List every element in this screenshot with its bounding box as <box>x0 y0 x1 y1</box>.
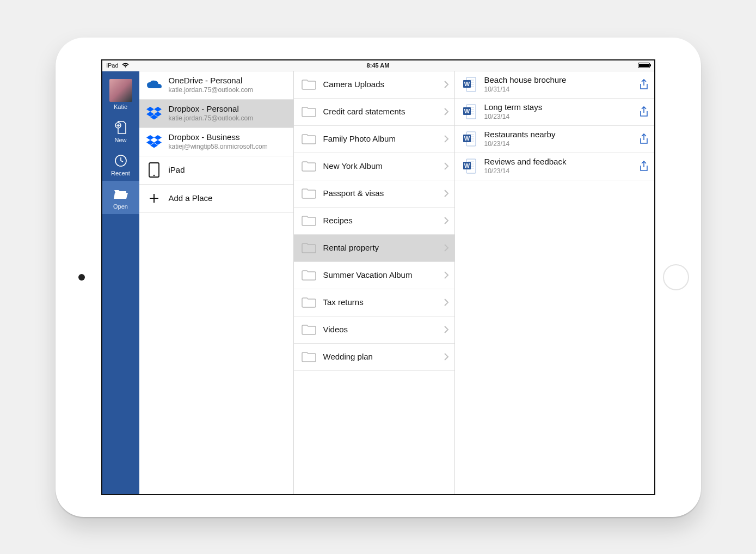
place-row[interactable]: iPad <box>139 156 293 185</box>
folder-title: Rental property <box>323 243 437 253</box>
clock-icon <box>113 153 128 168</box>
folder-row[interactable]: Rental property <box>294 235 454 262</box>
app-body: Katie New <box>102 71 654 494</box>
folder-title: Credit card statements <box>323 107 437 117</box>
place-title: Dropbox - Business <box>169 132 288 142</box>
file-date: 10/31/14 <box>484 86 632 94</box>
folder-title: Summer Vacation Album <box>323 270 437 280</box>
folder-icon <box>300 267 317 283</box>
sidebar: Katie New <box>102 71 139 494</box>
folder-row[interactable]: Family Photo Album <box>294 126 454 153</box>
sidebar-item-label: Recent <box>111 171 130 176</box>
onedrive-icon <box>146 77 162 93</box>
folder-open-icon <box>113 186 128 202</box>
file-title: Long term stays <box>484 102 632 112</box>
folder-icon <box>300 240 317 256</box>
svg-point-3 <box>153 175 155 176</box>
sidebar-item-open[interactable]: Open <box>102 181 139 214</box>
share-button[interactable] <box>639 106 649 117</box>
status-time: 8:45 AM <box>102 62 654 69</box>
place-title: Dropbox - Personal <box>169 104 288 114</box>
sidebar-user[interactable]: Katie <box>102 71 139 114</box>
folder-row[interactable]: Tax returns <box>294 289 454 316</box>
place-title: OneDrive - Personal <box>169 76 288 86</box>
sidebar-item-new[interactable]: New <box>102 114 139 148</box>
chevron-right-icon <box>444 135 449 143</box>
file-title: Beach house brochure <box>484 75 632 85</box>
folders-column: Camera UploadsCredit card statementsFami… <box>294 71 455 494</box>
new-document-icon <box>113 120 128 135</box>
folder-row[interactable]: Recipes <box>294 208 454 235</box>
share-button[interactable] <box>639 79 649 90</box>
folder-row[interactable]: New York Album <box>294 153 454 180</box>
place-title: iPad <box>169 165 288 175</box>
sidebar-item-label: Open <box>113 204 128 210</box>
folder-title: Recipes <box>323 216 437 226</box>
place-subtitle: katie.jordan.75@outlook.com <box>169 114 288 123</box>
folder-title: Wedding plan <box>323 352 437 362</box>
chevron-right-icon <box>444 352 449 361</box>
chevron-right-icon <box>444 80 449 89</box>
file-date: 10/23/14 <box>484 140 632 149</box>
place-row[interactable]: Dropbox - Personalkatie.jordan.75@outloo… <box>139 100 293 128</box>
sidebar-user-label: Katie <box>114 104 127 110</box>
files-column: W Beach house brochure10/31/14 W Long te… <box>455 71 654 494</box>
share-button[interactable] <box>639 133 649 144</box>
chevron-right-icon <box>444 216 449 225</box>
file-row[interactable]: W Long term stays10/23/14 <box>455 99 654 126</box>
places-column: OneDrive - Personalkatie.jordan.75@outlo… <box>139 71 294 494</box>
place-title: Add a Place <box>169 193 288 203</box>
folder-row[interactable]: Camera Uploads <box>294 71 454 99</box>
ipad-icon <box>146 162 162 178</box>
file-title: Reviews and feedback <box>484 157 632 167</box>
avatar <box>109 79 132 102</box>
folder-icon <box>300 321 317 338</box>
sidebar-item-label: New <box>114 137 126 143</box>
folder-icon <box>300 349 317 365</box>
folder-title: Passport & visas <box>323 188 437 198</box>
chevron-right-icon <box>444 162 449 171</box>
chevron-right-icon <box>444 189 449 198</box>
status-bar: iPad 8:45 AM <box>102 60 654 71</box>
status-device-label: iPad <box>107 62 119 69</box>
folder-icon <box>300 212 317 229</box>
place-row[interactable]: Dropbox - Businesskatiej@wingtip58.onmic… <box>139 128 293 156</box>
svg-text:W: W <box>464 135 470 142</box>
svg-text:W: W <box>464 81 470 87</box>
plus-icon <box>146 190 162 206</box>
place-row[interactable]: OneDrive - Personalkatie.jordan.75@outlo… <box>139 71 293 100</box>
dropbox-icon <box>146 105 162 121</box>
folder-row[interactable]: Summer Vacation Album <box>294 262 454 289</box>
folder-icon <box>300 131 317 147</box>
folder-title: Family Photo Album <box>323 134 437 144</box>
chevron-right-icon <box>444 271 449 279</box>
file-row[interactable]: W Restaurants nearby10/23/14 <box>455 126 654 153</box>
folder-title: Camera Uploads <box>323 80 437 89</box>
dropbox-icon <box>146 133 162 150</box>
folder-row[interactable]: Videos <box>294 316 454 344</box>
file-date: 10/23/14 <box>484 167 632 176</box>
share-button[interactable] <box>639 161 649 172</box>
folder-title: New York Album <box>323 161 437 171</box>
folder-row[interactable]: Wedding plan <box>294 344 454 371</box>
folder-icon <box>300 294 317 311</box>
file-row[interactable]: W Beach house brochure10/31/14 <box>455 71 654 99</box>
place-row[interactable]: Add a Place <box>139 185 293 213</box>
file-row[interactable]: W Reviews and feedback10/23/14 <box>455 153 654 180</box>
folder-title: Videos <box>323 325 437 334</box>
word-document-icon: W <box>462 131 478 147</box>
wifi-icon <box>122 63 129 68</box>
word-document-icon: W <box>462 158 478 174</box>
sidebar-item-recent[interactable]: Recent <box>102 148 139 181</box>
chevron-right-icon <box>444 243 449 252</box>
chevron-right-icon <box>444 107 449 116</box>
folder-row[interactable]: Credit card statements <box>294 99 454 126</box>
place-subtitle: katiej@wingtip58.onmicrosoft.com <box>169 143 288 151</box>
svg-text:W: W <box>464 162 470 169</box>
chevron-right-icon <box>444 298 449 307</box>
folder-icon <box>300 158 317 174</box>
battery-icon <box>638 63 650 68</box>
word-document-icon: W <box>462 104 478 120</box>
folder-row[interactable]: Passport & visas <box>294 180 454 208</box>
word-document-icon: W <box>462 76 478 93</box>
